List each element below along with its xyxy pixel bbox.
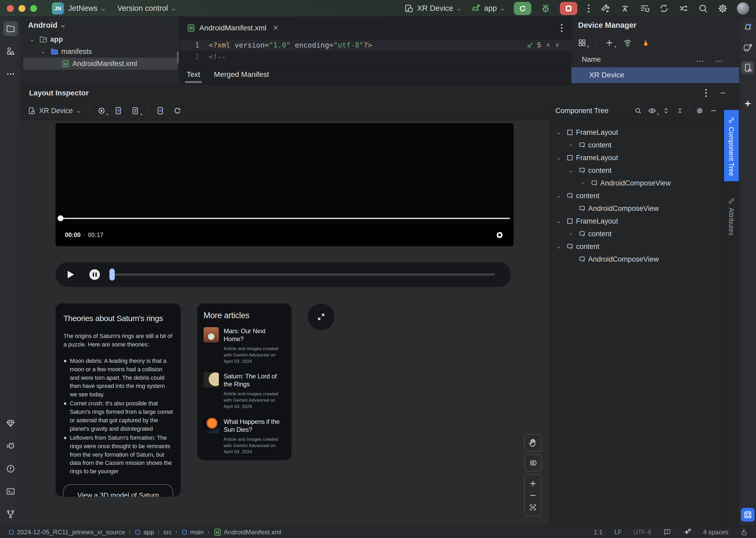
collapse-all-button[interactable] — [676, 107, 684, 115]
column-more-2[interactable]: ... — [710, 56, 728, 64]
close-tab-icon[interactable]: ✕ — [273, 24, 279, 32]
inspection-widget[interactable]: 5 ∧∨ — [527, 40, 564, 50]
notifications-button[interactable] — [741, 21, 754, 34]
play-button[interactable] — [68, 271, 74, 278]
tree-chevron-icon[interactable]: ⌄ — [553, 218, 564, 225]
editor-tab-androidmanifest[interactable]: M AndroidManifest.xml ✕ — [187, 24, 278, 32]
reload-button[interactable] — [173, 106, 182, 115]
tab-attributes[interactable]: Attributes — [724, 191, 739, 241]
more-run-actions-button[interactable] — [586, 5, 591, 12]
component-tree-node-content[interactable]: ›?content — [550, 228, 723, 240]
breadcrumb-item[interactable]: src — [163, 528, 172, 536]
code-line-1[interactable]: 1<?xml version="1.0" encoding="utf-8"?> — [180, 39, 571, 51]
project-scrollbar[interactable] — [177, 51, 179, 63]
app-quality-insights-tool-button[interactable] — [3, 416, 18, 431]
indent-setting[interactable]: 4 spaces — [703, 528, 728, 536]
component-tree-node-framelayout[interactable]: ⌄FrameLayout — [550, 151, 723, 164]
cursor-position[interactable]: 1:1 — [594, 528, 603, 536]
component-tree-node-content[interactable]: ›?content — [550, 139, 723, 151]
logcat-tool-button[interactable] — [3, 439, 18, 454]
add-device-button[interactable] — [605, 38, 614, 47]
rotate-3d-mode-button[interactable] — [524, 454, 542, 472]
article-list-item[interactable]: Saturn: The Lord of the RingsArticle and… — [204, 372, 285, 409]
build-icon[interactable] — [600, 3, 611, 14]
line-ending[interactable]: LF — [614, 528, 622, 536]
unlocked-icon[interactable] — [740, 528, 748, 536]
project-tree-item-androidmanifest-xml[interactable]: MAndroidManifest.xml — [23, 58, 177, 70]
layout-inspector-options-button[interactable] — [704, 89, 708, 97]
settings-icon[interactable] — [696, 107, 704, 115]
device-manager-tool-button[interactable] — [741, 61, 754, 74]
update-list-icon[interactable] — [639, 3, 650, 14]
tab-component-tree[interactable]: Component Tree — [724, 110, 739, 181]
zoom-in-button[interactable] — [528, 479, 537, 488]
component-tree-node-content[interactable]: ⌄?content — [550, 189, 723, 202]
pause-button[interactable] — [89, 269, 100, 280]
editor-options-button[interactable] — [559, 24, 564, 32]
tree-chevron-icon[interactable]: › — [565, 142, 576, 148]
process-selector[interactable]: XR Device ⌄ — [28, 106, 81, 115]
breadcrumb-item[interactable]: MAndroidManifest.xml — [213, 528, 281, 536]
tree-chevron-icon[interactable]: › — [578, 180, 588, 187]
component-tree-node-androidcomposeview[interactable]: ›?AndroidComposeView — [550, 177, 723, 189]
project-menu[interactable]: JetNews ⌄ — [68, 4, 106, 13]
project-tool-button[interactable] — [3, 21, 18, 36]
component-tree-node-content[interactable]: ⌄?content — [550, 164, 723, 177]
fit-to-screen-button[interactable] — [528, 503, 537, 512]
problems-tool-button[interactable] — [3, 461, 18, 476]
tree-chevron-icon[interactable]: ⌄ — [553, 192, 564, 199]
article-list-item[interactable]: Mars: Our Next Home?Article and images c… — [204, 327, 285, 364]
project-tree-item-app[interactable]: ⌄app — [23, 33, 177, 45]
ai-disabled-icon[interactable] — [683, 528, 691, 536]
tab-text[interactable]: Text — [187, 70, 200, 82]
live-updates-button[interactable] — [97, 106, 106, 115]
highlighting-level-icon[interactable] — [663, 528, 671, 536]
breadcrumb-item[interactable]: 2024-12-05_RC11_jetnews_xr_source — [8, 528, 125, 536]
view-mode-button[interactable] — [578, 38, 587, 47]
file-encoding[interactable]: UTF-8 — [633, 528, 651, 536]
device-streaming-icon[interactable] — [678, 3, 689, 14]
hide-component-tree-button[interactable] — [710, 107, 718, 115]
user-avatar[interactable] — [737, 2, 749, 15]
pair-wifi-device-button[interactable] — [623, 38, 632, 48]
debug-button[interactable] — [540, 3, 551, 14]
upload-snapshot-button[interactable] — [114, 106, 123, 115]
gradle-tool-button[interactable] — [741, 41, 754, 54]
terminal-tool-button[interactable] — [3, 484, 18, 499]
expand-space-button[interactable] — [308, 303, 334, 330]
project-tree-item-manifests[interactable]: ⌄manifests — [23, 45, 177, 58]
article-list-item[interactable]: What Happens if the Sun Dies?Article and… — [204, 418, 285, 455]
close-window-button[interactable] — [7, 5, 14, 12]
component-tree-node-androidcomposeview[interactable]: ?AndroidComposeView — [550, 202, 723, 215]
tree-chevron-icon[interactable]: ⌄ — [28, 36, 36, 42]
ai-actions-icon[interactable] — [619, 3, 630, 14]
component-tree-node-androidcomposeview[interactable]: ?AndroidComposeView — [550, 253, 723, 266]
stop-button[interactable] — [560, 2, 577, 15]
expand-all-button[interactable] — [662, 107, 670, 115]
view-3d-model-button[interactable]: View a 3D model of Saturn — [63, 484, 173, 497]
video-progress-thumb[interactable] — [58, 215, 63, 221]
tree-chevron-icon[interactable]: ⌄ — [553, 129, 564, 136]
tree-chevron-icon[interactable]: ⌄ — [38, 48, 48, 55]
refresh-device-button[interactable] — [156, 106, 165, 115]
zoom-out-button[interactable] — [528, 491, 537, 500]
tree-chevron-icon[interactable]: › — [565, 231, 576, 237]
breadcrumb-item[interactable]: main — [181, 528, 204, 536]
video-settings-button[interactable] — [495, 231, 504, 240]
more-tool-windows-button[interactable] — [3, 67, 18, 81]
version-control-menu[interactable]: Version control ⌄ — [117, 4, 176, 13]
component-tree-node-framelayout[interactable]: ⌄FrameLayout — [550, 126, 723, 139]
tree-chevron-icon[interactable]: ⌄ — [553, 154, 564, 161]
breadcrumb-item[interactable]: app — [134, 528, 154, 536]
device-row-xr-device[interactable]: XR Device — [571, 67, 739, 83]
pan-mode-button[interactable] — [524, 434, 542, 452]
seek-slider[interactable] — [111, 274, 495, 276]
component-tree-node-framelayout[interactable]: ⌄FrameLayout — [550, 215, 723, 228]
run-config-selector[interactable]: app ⌄ — [470, 3, 505, 14]
component-tree-node-content[interactable]: ⌄?content — [550, 240, 723, 253]
tab-merged-manifest[interactable]: Merged Manifest — [214, 70, 269, 82]
tree-chevron-icon[interactable]: ⌄ — [565, 167, 576, 174]
search-icon[interactable] — [698, 3, 708, 14]
resource-manager-tool-button[interactable] — [3, 44, 18, 59]
layout-inspector-tool-button[interactable] — [741, 508, 755, 522]
